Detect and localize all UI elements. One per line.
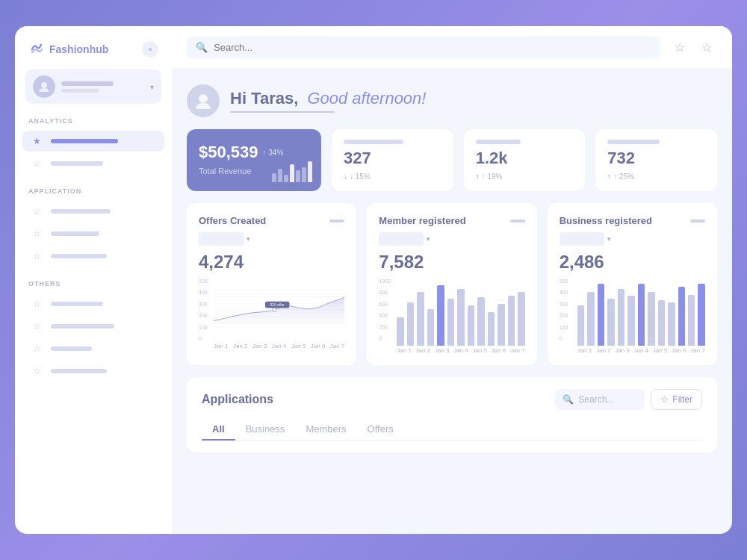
search-input[interactable]: [214, 42, 651, 53]
business-x-labels: Jan 1 Jan 2 Jan 3 Jan 4 Jan 5 Jan 6 Jan …: [577, 347, 705, 354]
star-icon-settings: ☆: [33, 299, 43, 309]
greeting-row: Hi Taras, Good afternoon!: [187, 84, 717, 117]
star-button[interactable]: ☆: [696, 37, 717, 58]
business-filter-pill: [560, 232, 604, 246]
user-area[interactable]: ▾: [25, 69, 161, 104]
sidebar-item-settings[interactable]: ☆: [22, 293, 164, 314]
stat-value-3: 732: [607, 149, 705, 168]
greeting-underline: [230, 111, 335, 113]
business-chart-card: Business registered ▾ 2,486 500 400 300: [548, 203, 717, 365]
members-bars: [379, 279, 524, 346]
star-icon-dashboard: ★: [33, 136, 43, 146]
bar: [577, 305, 584, 346]
bar: [498, 304, 504, 346]
sidebar-item-reports[interactable]: ☆: [22, 153, 164, 174]
stat-change-text-2: ↑ 19%: [482, 172, 503, 181]
svg-text:320 offer: 320 offer: [270, 302, 285, 307]
sidebar-item-support[interactable]: ☆: [22, 316, 164, 337]
applications-card: Applications 🔍 Search... ☆ Filter All: [187, 377, 717, 452]
app-search-placeholder: Search...: [578, 394, 637, 405]
sidebar-item-dashboard[interactable]: ★: [22, 131, 164, 152]
bookmark-button[interactable]: ☆: [669, 37, 690, 58]
bar: [658, 300, 665, 346]
others-section: OTHERS ☆ ☆ ☆ ☆: [15, 274, 172, 389]
logo-text: Fashionhub: [49, 43, 108, 55]
sidebar-item-logout[interactable]: ☆: [22, 361, 164, 382]
stat-change-2: ↑ ↑ 19%: [476, 172, 574, 181]
mini-bar: [296, 170, 300, 182]
offers-chart-filter[interactable]: ▾: [199, 232, 344, 246]
greeting-name: Hi Taras, Good afternoon!: [230, 89, 426, 108]
bar: [688, 295, 695, 346]
members-chart-filter[interactable]: ▾: [379, 232, 524, 246]
members-filter-arrow[interactable]: ▾: [427, 235, 430, 243]
business-value: 2,486: [560, 252, 705, 273]
mini-bar: [308, 161, 312, 182]
star-icon-support: ☆: [33, 321, 43, 332]
tab-business[interactable]: Business: [235, 419, 296, 441]
nav-label-help: [51, 346, 92, 351]
sidebar-item-orders[interactable]: ☆: [22, 223, 164, 244]
application-section-label: APPLICATION: [15, 187, 172, 201]
filter-label: Filter: [672, 394, 692, 405]
stat-card-2: 1.2k ↑ ↑ 19%: [464, 129, 586, 191]
stat-title-line-3: [607, 140, 660, 144]
app-search-icon: 🔍: [562, 394, 574, 405]
bar: [648, 292, 654, 346]
offers-area-chart: 500 400 300 200 100 0: [199, 279, 344, 353]
bar: [427, 309, 434, 346]
bar: [488, 312, 495, 346]
filter-button[interactable]: ☆ Filter: [651, 389, 702, 410]
arrow-down-icon: ↓: [344, 172, 347, 181]
members-value: 7,582: [379, 252, 524, 273]
applications-actions: 🔍 Search... ☆ Filter: [555, 389, 702, 410]
members-chart-menu[interactable]: [510, 220, 525, 223]
nav-label-support: [51, 324, 114, 329]
tabs-row: All Business Members Offers: [202, 419, 702, 441]
members-x-labels: Jan 1 Jan 2 Jan 3 Jan 4 Jan 5 Jan 6 Jan …: [397, 347, 524, 354]
offers-chart-header: Offers Created: [199, 215, 344, 226]
offers-value: 4,274: [199, 252, 344, 273]
analytics-section-label: ANALYTICS: [15, 117, 172, 131]
bar: [407, 302, 414, 346]
mini-bar: [284, 175, 288, 182]
sidebar-item-products[interactable]: ☆: [22, 201, 164, 222]
offers-filter-arrow[interactable]: ▾: [247, 235, 250, 243]
bar: [397, 317, 403, 346]
members-bar-chart: 1000 800 600 400 200 0: [379, 279, 524, 353]
business-chart-header: Business registered: [560, 215, 705, 226]
bar: [457, 289, 464, 346]
offers-chart-title: Offers Created: [199, 215, 266, 226]
tab-offers[interactable]: Offers: [357, 419, 404, 441]
collapse-sidebar-button[interactable]: «: [142, 41, 158, 57]
business-filter-arrow[interactable]: ▾: [607, 235, 611, 243]
applications-search[interactable]: 🔍 Search...: [555, 389, 645, 410]
members-filter-pill: [379, 232, 424, 246]
tab-all[interactable]: All: [202, 419, 235, 441]
star-icon-orders: ☆: [33, 228, 43, 239]
header-icons: ☆ ☆: [669, 37, 717, 58]
nav-label-settings: [51, 302, 103, 306]
applications-header: Applications 🔍 Search... ☆ Filter: [202, 389, 702, 410]
search-icon: 🔍: [196, 42, 208, 53]
business-chart-menu[interactable]: [690, 220, 705, 223]
svg-point-1: [199, 94, 208, 103]
bar: [518, 292, 524, 346]
user-name-line: [61, 81, 114, 86]
business-chart-filter[interactable]: ▾: [560, 232, 705, 246]
sidebar-item-customers[interactable]: ☆: [22, 246, 164, 267]
tab-members[interactable]: Members: [295, 419, 356, 441]
bar: [598, 284, 604, 346]
star-icon-customers: ☆: [33, 251, 43, 261]
sidebar-item-help[interactable]: ☆: [22, 338, 164, 359]
stat-title-line-1: [344, 140, 403, 144]
star-icon-help: ☆: [33, 343, 43, 354]
offers-area-svg: 320 offer: [214, 279, 344, 341]
business-chart-title: Business registered: [560, 215, 652, 226]
offers-chart-menu[interactable]: [329, 220, 344, 223]
offers-filter-pill: [199, 232, 244, 246]
stat-cards-right: 327 ↓ ↓ 15% 1.2k ↑ ↑ 19%: [332, 129, 717, 191]
offers-x-labels: Jan 1 Jan 2 Jan 3 Jan 4 Jan 5 Jan 6 Jan …: [214, 343, 344, 349]
revenue-value: $50,539: [199, 143, 258, 162]
application-section: APPLICATION ☆ ☆ ☆: [15, 181, 172, 274]
